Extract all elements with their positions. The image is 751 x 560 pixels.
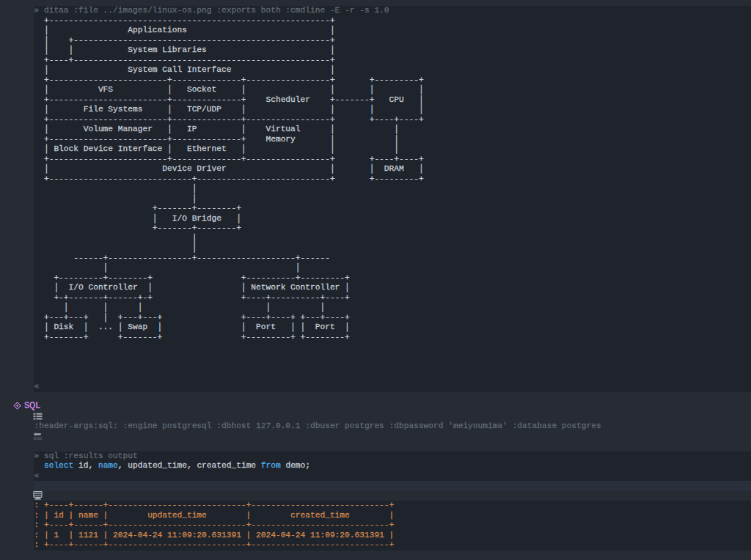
svg-text:END: END	[33, 436, 42, 441]
